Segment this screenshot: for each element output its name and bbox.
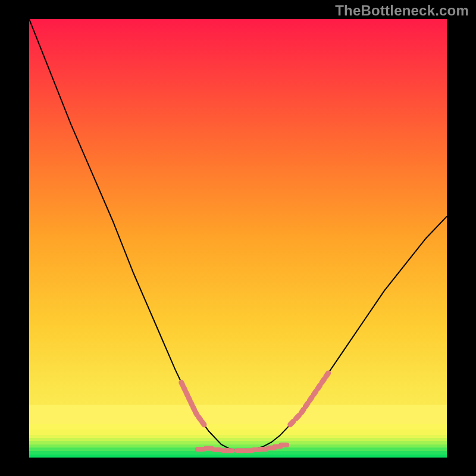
bottleneck-chart: TheBottleneck.com	[0, 0, 476, 476]
svg-line-10	[202, 422, 204, 425]
svg-line-17	[184, 387, 185, 390]
svg-line-13	[193, 407, 195, 410]
svg-line-19	[290, 421, 293, 425]
svg-line-24	[314, 391, 316, 394]
svg-line-12	[196, 412, 198, 415]
watermark-text: TheBottleneck.com	[335, 2, 469, 19]
svg-line-16	[186, 392, 187, 395]
svg-rect-0	[29, 454, 447, 458]
svg-line-14	[191, 402, 192, 405]
svg-line-18	[181, 383, 183, 386]
svg-line-27	[326, 373, 328, 377]
svg-rect-6	[29, 435, 447, 438]
svg-rect-5	[29, 438, 447, 441]
gradient-background	[29, 19, 447, 458]
svg-rect-3	[29, 444, 447, 447]
svg-rect-8	[29, 424, 447, 430]
svg-line-22	[305, 403, 308, 407]
svg-line-26	[322, 379, 324, 383]
svg-line-15	[189, 397, 190, 400]
svg-rect-9	[29, 405, 447, 424]
svg-line-25	[318, 385, 320, 389]
svg-line-11	[199, 417, 201, 420]
plot-area	[29, 19, 447, 458]
svg-rect-4	[29, 441, 447, 444]
svg-line-20	[296, 415, 299, 419]
svg-rect-7	[29, 430, 447, 435]
svg-line-23	[309, 397, 312, 401]
svg-line-21	[302, 409, 304, 413]
